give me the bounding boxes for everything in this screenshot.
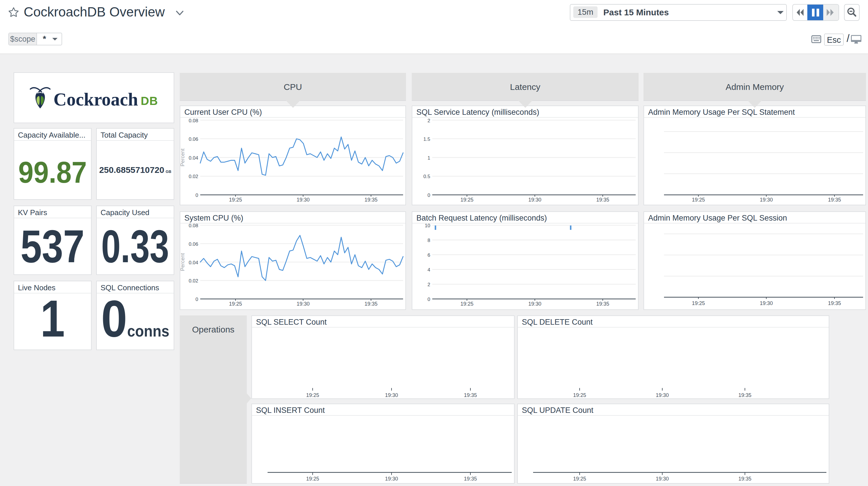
svg-text:19:35: 19:35 [364,301,377,307]
svg-text:8: 8 [428,238,430,243]
svg-text:19:25: 19:25 [306,392,319,398]
svg-text:19:25: 19:25 [460,301,473,307]
svg-text:0.04: 0.04 [189,155,198,161]
svg-text:0.06: 0.06 [189,137,198,142]
svg-text:0.06: 0.06 [189,241,198,247]
svg-text:19:35: 19:35 [828,301,841,306]
svg-text:2: 2 [428,118,430,123]
svg-text:19:25: 19:25 [692,197,705,203]
svg-text:19:35: 19:35 [596,301,609,307]
svg-text:19:35: 19:35 [828,197,841,203]
svg-text:0.08: 0.08 [189,223,198,228]
svg-text:19:25: 19:25 [306,476,319,482]
svg-text:0.08: 0.08 [189,118,198,123]
svg-text:19:35: 19:35 [464,392,477,398]
svg-text:10: 10 [425,223,430,228]
svg-text:19:30: 19:30 [528,197,541,203]
svg-text:Percent: Percent [180,253,186,271]
svg-text:0: 0 [428,193,430,198]
svg-text:6: 6 [428,252,430,258]
svg-text:19:30: 19:30 [385,476,398,482]
svg-text:19:35: 19:35 [596,197,609,203]
svg-text:19:25: 19:25 [573,392,586,398]
svg-text:19:35: 19:35 [364,197,377,203]
svg-text:Percent: Percent [180,149,186,167]
svg-text:4: 4 [428,267,430,273]
svg-text:19:35: 19:35 [464,476,477,482]
svg-text:19:30: 19:30 [656,476,669,482]
svg-text:0: 0 [196,193,198,198]
svg-text:19:25: 19:25 [692,301,705,306]
svg-text:0: 0 [196,297,198,302]
svg-text:0.5: 0.5 [423,174,430,179]
svg-text:2: 2 [428,282,430,287]
svg-text:19:25: 19:25 [229,197,242,203]
svg-text:19:35: 19:35 [738,392,751,398]
svg-text:0.02: 0.02 [189,174,198,179]
svg-text:19:30: 19:30 [385,392,398,398]
svg-text:19:35: 19:35 [738,476,751,482]
svg-text:19:30: 19:30 [656,392,669,398]
svg-text:19:25: 19:25 [460,197,473,203]
svg-text:19:30: 19:30 [528,301,541,307]
svg-text:0: 0 [428,297,430,302]
svg-text:19:30: 19:30 [297,301,309,307]
svg-text:1: 1 [428,155,430,161]
svg-text:0.02: 0.02 [189,278,198,284]
svg-text:19:25: 19:25 [573,476,586,482]
svg-text:19:30: 19:30 [760,301,773,306]
svg-text:19:25: 19:25 [229,301,242,307]
svg-text:0.04: 0.04 [189,260,198,265]
svg-text:19:30: 19:30 [297,197,309,203]
svg-text:1.5: 1.5 [423,137,430,142]
svg-text:19:30: 19:30 [760,197,773,203]
